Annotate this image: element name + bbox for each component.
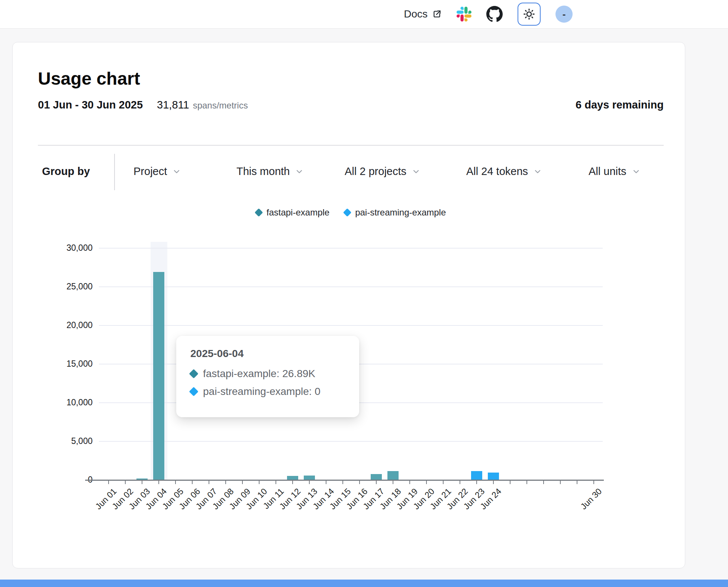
bar-jun-04-fastapi-example[interactable] [153,272,164,480]
filter-dropdown-all-2-projects[interactable]: All 2 projects [345,165,421,178]
chart-tooltip: 2025-06-04 fastapi-example: 26.89Kpai-st… [176,336,359,417]
filter-label: This month [236,165,290,178]
x-axis-label: Jun 05 [160,486,186,512]
bar-jun-17-fastapi-example[interactable] [371,474,382,480]
x-axis-tick [510,481,510,484]
usage-card: Usage chart 01 Jun - 30 Jun 2025 31,811 … [12,42,685,568]
avatar[interactable]: - [555,6,573,23]
x-axis-label: Jun 14 [311,486,336,512]
tooltip-row-text: fastapi-example: 26.89K [203,368,315,380]
x-axis-label: Jun 19 [394,486,420,512]
external-link-icon [432,9,442,19]
bar-jun-03-fastapi-example[interactable] [136,479,148,480]
total-unit-label: spans/metrics [193,100,248,111]
bar-jun-18-fastapi-example[interactable] [387,471,399,480]
x-axis-label: Jun 15 [328,486,353,512]
sun-icon [523,8,535,20]
filter-label: All 24 tokens [466,165,528,178]
x-axis-label: Jun 04 [144,486,169,512]
y-gridline [99,441,603,442]
period-label: 01 Jun - 30 Jun 2025 [38,99,143,111]
tooltip-rows: fastapi-example: 26.89Kpai-streaming-exa… [190,368,345,398]
legend-label: pai-streaming-example [355,207,446,218]
x-axis-tick [376,481,377,484]
github-button[interactable] [486,6,503,22]
x-axis-label: Jun 01 [93,486,119,512]
bottom-accent-bar [0,580,728,587]
x-axis-tick [142,481,142,484]
y-gridline [99,248,603,249]
tooltip-marker-icon [189,369,198,378]
x-axis-line [85,480,604,481]
x-axis-tick [393,481,393,484]
y-gridline [99,286,603,287]
bar-jun-13-fastapi-example[interactable] [304,476,315,480]
usage-summary-row: 01 Jun - 30 Jun 2025 31,811 spans/metric… [38,99,664,111]
docs-label: Docs [404,8,428,20]
x-axis-tick [460,481,460,484]
x-axis-label: Jun 10 [244,486,269,512]
x-axis-tick [292,481,293,484]
x-axis-label: Jun 30 [579,486,604,512]
x-axis-tick [426,481,427,484]
x-axis-tick [593,481,594,484]
x-axis-tick [158,481,159,484]
x-axis-tick [342,481,343,484]
x-axis-tick [359,481,360,484]
legend-item-pai-streaming-example[interactable]: pai-streaming-example [344,207,446,218]
section-divider [38,145,664,146]
x-axis-tick [225,481,226,484]
docs-link[interactable]: Docs [404,8,442,20]
page-title: Usage chart [38,68,140,89]
filter-dropdown-project[interactable]: Project [133,165,181,178]
x-axis-label: Jun 17 [361,486,386,512]
bar-jun-12-fastapi-example[interactable] [287,476,298,480]
y-axis-label: 0 [28,475,93,485]
bar-jun-24-pai-streaming-example[interactable] [488,473,499,480]
tooltip-row-text: pai-streaming-example: 0 [203,386,320,398]
x-axis-tick [476,481,477,484]
tooltip-marker-icon [189,387,198,396]
group-by-label: Group by [42,165,90,178]
y-gridline [99,325,603,326]
y-axis-label: 10,000 [28,398,93,408]
y-axis-label: 15,000 [28,359,93,369]
x-axis-label: Jun 11 [261,486,286,511]
tooltip-row: pai-streaming-example: 0 [190,386,345,398]
legend-label: fastapi-example [267,207,329,218]
chevron-down-icon [533,167,542,176]
filter-label: Project [133,165,167,178]
x-axis-label: Jun 08 [210,486,236,512]
theme-toggle-button[interactable] [518,3,541,26]
x-axis-label: Jun 16 [344,486,370,512]
legend-marker-icon [254,208,263,217]
days-remaining-label: 6 days remaining [576,99,664,111]
x-axis-tick [108,481,109,484]
x-axis-label: Jun 20 [411,486,437,512]
x-axis-tick [276,481,276,484]
avatar-text: - [563,9,566,20]
filter-label: All units [589,165,626,178]
x-axis-label: Jun 13 [294,486,319,512]
tooltip-row: fastapi-example: 26.89K [190,368,345,380]
filter-dropdown-this-month[interactable]: This month [236,165,304,178]
legend-item-fastapi-example[interactable]: fastapi-example [256,207,329,218]
x-axis-label: Jun 12 [277,486,303,512]
chevron-down-icon [412,167,421,176]
top-header: Docs [0,0,728,29]
filter-divider [114,154,115,190]
x-axis-tick [409,481,410,484]
x-axis-label: Jun 03 [127,486,152,512]
bar-jun-23-pai-streaming-example[interactable] [471,471,482,480]
legend: fastapi-examplepai-streaming-example [99,207,603,218]
x-axis-tick [125,481,126,484]
x-axis-tick [175,481,176,484]
x-axis-label: Jun 24 [478,486,503,512]
filter-dropdown-all-24-tokens[interactable]: All 24 tokens [466,165,542,178]
x-axis-label: Jun 07 [194,486,219,512]
chevron-down-icon [172,167,181,176]
x-axis-label: Jun 02 [110,486,135,512]
filter-dropdown-all-units[interactable]: All units [589,165,641,178]
slack-button[interactable] [457,7,471,22]
y-axis-label: 25,000 [28,282,93,292]
